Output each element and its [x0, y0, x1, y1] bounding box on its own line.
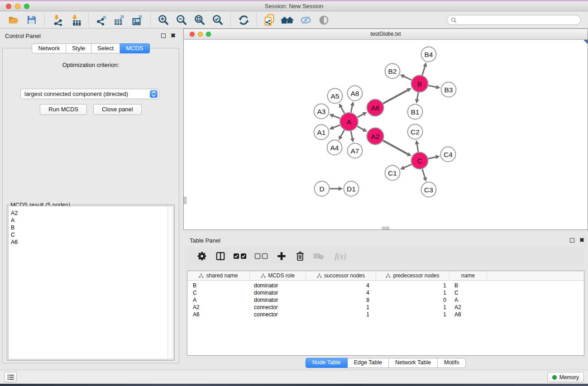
table-cell[interactable]: 1 [376, 289, 449, 296]
graph-node-C[interactable]: C [411, 152, 428, 169]
graph-node-A7[interactable]: A7 [348, 143, 363, 158]
table-row[interactable]: Cdominator41C [187, 289, 584, 296]
table-cell[interactable]: 1 [306, 311, 376, 318]
graph-node-A[interactable]: A [340, 113, 358, 131]
graph-node-A1[interactable]: A1 [314, 125, 329, 140]
close-table-panel-icon[interactable]: ✖ [579, 238, 584, 243]
minimize-window-button[interactable] [15, 4, 20, 9]
new-network-from-selection-icon[interactable] [263, 13, 276, 27]
hide-panels-icon[interactable] [299, 13, 312, 27]
table-cell[interactable]: A2 [449, 304, 487, 311]
table-row[interactable]: A2connector11A2 [187, 304, 584, 311]
table-cell[interactable]: C [449, 289, 487, 296]
network-close-button[interactable] [190, 32, 195, 37]
task-history-button[interactable] [4, 372, 17, 382]
table-cell[interactable]: 1 [376, 311, 449, 318]
table-cell[interactable]: C [187, 289, 250, 296]
column-header-successor-nodes[interactable]: successor nodes [306, 271, 376, 280]
open-session-icon[interactable] [7, 13, 20, 27]
graph-edge-C-C4[interactable] [428, 157, 436, 159]
graph-edge-A-A2[interactable] [357, 126, 363, 129]
criterion-dropdown[interactable]: largest connected component (directed) [20, 89, 159, 99]
mcds-result-item[interactable]: A [9, 217, 173, 224]
run-mcds-button[interactable]: Run MCDS [40, 104, 87, 115]
table-cell[interactable]: A2 [187, 304, 250, 311]
refresh-icon[interactable] [237, 13, 250, 27]
column-header-shared-name[interactable]: shared name [187, 271, 250, 280]
mcds-result-item[interactable]: A2 [9, 210, 173, 217]
graph-node-B2[interactable]: B2 [385, 64, 400, 79]
table-cell[interactable]: dominator [250, 296, 306, 304]
graph-node-A4[interactable]: A4 [327, 140, 342, 155]
settings-gear-icon[interactable] [195, 250, 209, 262]
close-panel-icon[interactable]: ✖ [171, 33, 176, 38]
graph-edge-A6-B[interactable] [383, 90, 407, 103]
graph-node-C2[interactable]: C2 [408, 124, 423, 139]
zoom-window-button[interactable] [24, 4, 29, 9]
close-window-button[interactable] [6, 4, 11, 9]
table-cell[interactable]: 1 [376, 282, 449, 289]
graph-edge-B-B2[interactable] [404, 76, 411, 80]
save-session-icon[interactable] [25, 13, 38, 27]
table-cell[interactable]: 4 [306, 289, 376, 296]
float-panel-icon[interactable] [161, 33, 166, 38]
graph-edge-C-C1[interactable] [404, 164, 412, 168]
import-network-icon[interactable] [51, 13, 64, 27]
graph-node-A3[interactable]: A3 [314, 104, 329, 119]
table-cell[interactable]: dominator [250, 289, 306, 296]
close-panel-button[interactable]: Close panel [93, 104, 142, 115]
search-field[interactable] [447, 15, 581, 25]
tab-motifs[interactable]: Motifs [438, 358, 466, 368]
tab-node-table[interactable]: Node Table [306, 358, 348, 368]
result-scrollbar[interactable] [167, 206, 173, 359]
table-cell[interactable]: A6 [449, 311, 487, 318]
tab-select[interactable]: Select [91, 43, 120, 53]
table-cell[interactable]: A [449, 296, 487, 304]
export-image-icon[interactable] [131, 13, 144, 27]
graph-edge-A-A4[interactable] [341, 130, 344, 136]
zoom-selected-icon[interactable] [211, 13, 225, 27]
zoom-in-icon[interactable] [157, 13, 170, 27]
graph-edge-A2-C[interactable] [383, 140, 408, 154]
float-table-panel-icon[interactable] [570, 238, 574, 243]
graph-node-B4[interactable]: B4 [421, 47, 436, 62]
table-cell[interactable]: B [449, 282, 487, 289]
table-cell[interactable]: A6 [187, 311, 250, 318]
graph-edge-A-A3[interactable] [333, 116, 340, 119]
tab-style[interactable]: Style [66, 43, 91, 53]
tab-mcds[interactable]: MCDS [120, 43, 149, 53]
table-row[interactable]: Adominator80A [187, 296, 584, 304]
home-icon[interactable] [281, 13, 294, 27]
deselect-all-columns-icon[interactable] [253, 250, 270, 262]
show-panels-icon[interactable] [317, 13, 330, 27]
zoom-fit-icon[interactable] [193, 13, 206, 27]
graph-node-A8[interactable]: A8 [348, 86, 363, 101]
graph-node-D[interactable]: D [315, 181, 330, 196]
graph-edge-A-A5[interactable] [341, 107, 344, 114]
tab-edge-table[interactable]: Edge Table [348, 358, 389, 368]
table-cell[interactable]: connector [250, 304, 306, 311]
column-header-predecessor-nodes[interactable]: predecessor nodes [376, 271, 449, 280]
graph-edge-A-A1[interactable] [333, 125, 340, 128]
table-cell[interactable]: dominator [250, 282, 306, 289]
titlebar[interactable]: Session: New Session [0, 1, 588, 11]
table-row[interactable]: Bdominator41B [187, 282, 584, 289]
graph-node-C4[interactable]: C4 [441, 147, 456, 162]
add-column-icon[interactable] [275, 250, 288, 262]
column-header-MCDS-role[interactable]: MCDS role [250, 271, 306, 280]
network-zoom-button[interactable] [206, 32, 211, 37]
graph-edge-C-C2[interactable] [417, 144, 418, 152]
table-cell[interactable]: A [187, 296, 250, 304]
graph-node-B[interactable]: B [411, 76, 428, 92]
tab-network[interactable]: Network [32, 43, 66, 53]
search-input[interactable] [459, 17, 577, 23]
select-all-columns-icon[interactable] [232, 250, 249, 262]
mcds-result-item[interactable]: A6 [9, 238, 173, 246]
network-graph[interactable]: B4B2BB3A5A8A6A3AB1A1C2A2A4A7C4C1CC3DD1 [184, 40, 588, 229]
graph-edge-B-B4[interactable] [422, 67, 425, 76]
export-table-icon[interactable] [113, 13, 126, 27]
column-header-name[interactable]: name [449, 271, 487, 280]
table-cell[interactable]: 8 [306, 296, 376, 304]
delete-column-icon[interactable] [293, 250, 307, 262]
import-table-icon[interactable] [69, 13, 82, 27]
